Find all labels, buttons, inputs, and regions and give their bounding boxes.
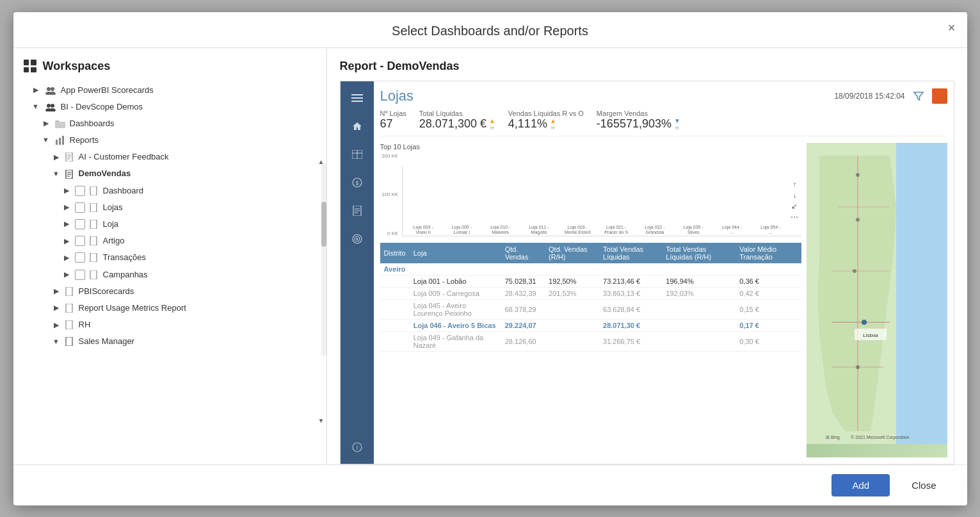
checkbox-artigo[interactable] [75, 236, 85, 246]
user-avatar [932, 88, 947, 104]
table-row-loja045: Loja 045 - Aveiro Lourenço Peixinho 68.3… [380, 299, 801, 319]
campanhas-sub-label: Campanhas [103, 269, 148, 281]
chevron-right-icon-5: ▶ [62, 203, 71, 212]
checkbox-dashboard[interactable] [75, 186, 85, 196]
cell-loja049-qtdrh [545, 331, 599, 351]
svg-point-0 [47, 87, 51, 91]
sidebar-item-lojas-sub[interactable]: ▶ Lojas [21, 199, 319, 216]
doc-icon-3 [89, 186, 99, 196]
chevron-right-icon-4: ▶ [62, 186, 71, 195]
chart-nav-up[interactable]: ↑ [792, 180, 796, 189]
col-qtd-vendas: Qtd. Vendas [501, 243, 545, 263]
close-button[interactable]: × [948, 21, 956, 34]
chart-more[interactable]: ⋯ [791, 213, 798, 222]
sidebar-item-demovendas[interactable]: ▼ DemoVendas [21, 165, 319, 182]
modal-overlay: Select Dashboards and/or Reports × Works… [0, 0, 980, 517]
sidebar-item-report-usage[interactable]: ▶ Report Usage Metrics Report [21, 300, 319, 316]
modal-title: Select Dashboards and/or Reports [392, 24, 588, 38]
sidebar-table-icon[interactable] [346, 143, 369, 166]
cell-loja009-totalrh: 192,03% [662, 287, 735, 299]
sidebar-item-campanhas-sub[interactable]: ▶ Campanhas [21, 267, 319, 283]
cell-loja009-valor: 0,42 € [735, 287, 801, 299]
scroll-down-button[interactable]: ▼ [316, 416, 326, 426]
checkbox-campanhas[interactable] [75, 270, 85, 280]
svg-point-5 [51, 104, 54, 108]
bar-loja044: Loja 044 -... [714, 224, 750, 236]
scroll-up-button[interactable]: ▲ [316, 157, 326, 167]
cell-loja001-totalrh: 196,94% [662, 275, 735, 287]
sidebar-info-icon[interactable]: i [346, 436, 369, 459]
modal-header: Select Dashboards and/or Reports × [13, 12, 967, 48]
transacoes-sub-label: Transações [103, 252, 146, 263]
workspaces-label: Workspaces [43, 60, 111, 73]
cell-loja045: Loja 045 - Aveiro Lourenço Peixinho [410, 299, 501, 319]
sidebar-item-dashboard-sub[interactable]: ▶ Dashboard [21, 183, 319, 199]
cell-loja046: Loja 046 - Aveiro 5 Bicas [410, 319, 501, 331]
bar-loja022: Loja 022 -Grândola [636, 224, 673, 236]
rh-label: RH [79, 319, 91, 331]
cell-loja001: Loja 001 - Lobão [410, 275, 501, 287]
sidebar-item-rh[interactable]: ▶ RH [21, 316, 319, 333]
modal: Select Dashboards and/or Reports × Works… [13, 12, 967, 505]
kpi-margem: Margem Vendas -165571,903% ▼ H [597, 110, 680, 131]
col-total-vendas-rh: Total Vendas Líquidas (R/H) [662, 243, 735, 263]
cell-aveiro: Aveiro [380, 263, 410, 275]
chart-nav-down[interactable]: ↓ [792, 191, 796, 200]
cell-loja046-valor: 0,17 € [735, 319, 801, 331]
sidebar-menu-icon[interactable] [346, 86, 369, 110]
scrollbar-thumb[interactable] [321, 202, 326, 247]
svg-rect-29 [66, 337, 72, 346]
left-panel: Workspaces ▶ App PowerBI Scorecards ▼ [13, 48, 327, 464]
bar-loja005: Loja 005 -Lumiar I [444, 224, 480, 236]
bar-loja022-label: Loja 022 -Grândola [645, 225, 664, 236]
add-button[interactable]: Add [831, 474, 890, 496]
svg-rect-10 [59, 138, 61, 145]
sidebar-item-app-powerbi[interactable]: ▶ App PowerBI Scorecards [21, 82, 319, 99]
chevron-right-icon-9: ▶ [62, 270, 71, 279]
sidebar-item-loja-sub[interactable]: ▶ Loja [21, 216, 319, 233]
sidebar-home-icon[interactable] [346, 115, 369, 138]
sidebar-item-pbiscorecards[interactable]: ▶ PBIScorecards [21, 283, 319, 300]
sidebar-target-icon[interactable] [346, 227, 369, 250]
sidebar-item-reports[interactable]: ▼ Reports [21, 132, 319, 149]
cell-empty6 [735, 263, 801, 275]
cell-r2c1 [380, 287, 410, 299]
arrow-up-icon: ▲ [489, 117, 495, 124]
chevron-right-icon: ▶ [31, 86, 40, 95]
sidebar-dollar-icon[interactable]: $ [346, 171, 369, 194]
sidebar-item-dashboards[interactable]: ▶ Dashboards [21, 115, 319, 132]
doc-icon-5 [89, 219, 99, 229]
sidebar-item-ai-customer[interactable]: ▶ AI - Customer Feedback [21, 149, 319, 165]
kpi-total-liquidas: Total Líquidas 28.071,300 € ▲ H [419, 110, 495, 131]
checkbox-lojas[interactable] [75, 202, 85, 213]
svg-rect-27 [66, 304, 72, 313]
doc-icon-10 [65, 303, 75, 313]
folder-icon [54, 119, 66, 129]
svg-point-54 [856, 173, 860, 177]
doc-icon [65, 152, 75, 162]
checkbox-transacoes[interactable] [75, 252, 85, 263]
kpi-row: Nº Lojas 67 Total Líquidas 28.071,300 € … [380, 110, 947, 136]
table-row-loja049: Loja 049 - Gafanha da Nazaré 28.126,60 3… [380, 331, 801, 351]
cell-loja045-valor: 0,15 € [735, 299, 801, 319]
sidebar-doc-icon[interactable] [346, 199, 369, 222]
sidebar-item-artigo-sub[interactable]: ▶ Artigo [21, 233, 319, 249]
footer-close-button[interactable]: Close [896, 474, 951, 496]
sidebar-item-sales-manager[interactable]: ▼ Sales Manager [21, 333, 319, 350]
cell-r3c1 [380, 299, 410, 319]
bar-loja010: Loja 010 -Malveira [482, 224, 518, 236]
bar-loja054: Loja 054 -... [752, 224, 789, 236]
svg-rect-28 [66, 320, 72, 329]
cell-loja001-total: 73.213,46 € [599, 275, 662, 287]
cell-loja045-qtd: 68.378,29 [501, 299, 545, 319]
checkbox-loja[interactable] [75, 219, 85, 229]
bar-loja003-label: Loja 003 -Viseu II [414, 225, 433, 236]
report-table-container: Distrito Loja Qtd. Vendas Qtd. Vendas (R… [380, 239, 801, 352]
chart-nav-left[interactable]: ↙ [791, 202, 798, 211]
report-usage-label: Report Usage Metrics Report [79, 302, 186, 314]
cell-empty3 [545, 263, 599, 275]
cell-loja046-total: 28.071,30 € [599, 319, 662, 331]
sidebar-item-bi-devscope[interactable]: ▼ BI - DevScope Demos [21, 99, 319, 115]
filter-button[interactable] [910, 88, 927, 104]
sidebar-item-transacoes-sub[interactable]: ▶ Transações [21, 249, 319, 266]
